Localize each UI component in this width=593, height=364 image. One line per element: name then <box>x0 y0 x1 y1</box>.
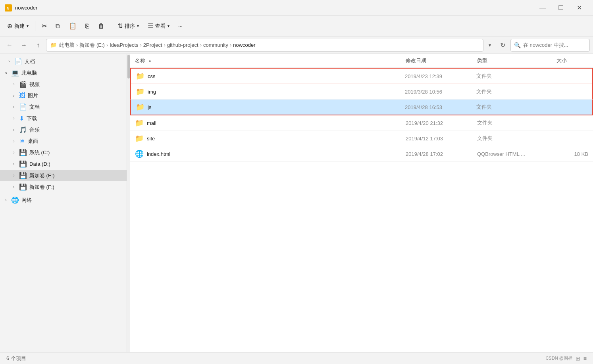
sidebar-item-music[interactable]: › 🎵 音乐 <box>0 124 127 136</box>
paste-button[interactable]: 📋 <box>65 20 81 32</box>
minimize-button[interactable]: — <box>533 0 552 16</box>
breadcrumb-sep-3: › <box>140 42 142 48</box>
view-button[interactable]: ☰ 查看 ▾ <box>144 20 173 32</box>
downloads-icon: ⬇ <box>19 115 24 122</box>
paste-icon: 📋 <box>69 22 77 30</box>
sidebar-label: 视频 <box>29 81 40 88</box>
back-button[interactable]: ← <box>3 39 16 52</box>
refresh-button[interactable]: ↻ <box>496 39 509 52</box>
search-input[interactable] <box>523 42 590 48</box>
search-box[interactable]: 🔍 <box>510 39 590 52</box>
view-label: 查看 <box>155 23 166 30</box>
sort-label: 排序 <box>125 23 135 30</box>
more-label: ··· <box>178 23 183 29</box>
expand-icon: › <box>11 185 17 189</box>
video-icon: 🎬 <box>19 80 27 88</box>
file-row-index[interactable]: 🌐 index.html 2019/4/28 17:02 QQBrowser H… <box>130 146 593 162</box>
sidebar-scrollbar[interactable] <box>127 54 130 352</box>
sidebar-item-d[interactable]: › 💾 Data (D:) <box>0 158 127 170</box>
copy-button[interactable]: ⧉ <box>52 20 64 32</box>
delete-button[interactable]: 🗑 <box>94 20 108 32</box>
close-button[interactable]: ✕ <box>570 0 588 16</box>
file-date: 2019/4/20 21:32 <box>402 117 474 129</box>
forward-button[interactable]: → <box>17 39 30 52</box>
breadcrumb-sep-1: › <box>76 42 78 48</box>
col-header-name[interactable]: 名称 ∧ <box>130 56 402 66</box>
sidebar-label: 桌面 <box>28 138 38 145</box>
sidebar-item-pc[interactable]: ∨ 💻 此电脑 <box>0 67 127 79</box>
sidebar-item-network[interactable]: › 🌐 网络 <box>0 194 127 206</box>
breadcrumb-bar[interactable]: 📁 此电脑 › 新加卷 (E:) › IdeaProjects › 2Proje… <box>46 39 483 52</box>
documents-icon: 📄 <box>19 103 27 111</box>
new-icon: ⊕ <box>7 22 12 30</box>
col-header-size[interactable]: 大小 <box>553 56 593 66</box>
breadcrumb-sep-2: › <box>106 42 108 48</box>
file-type: 文件夹 <box>473 100 553 114</box>
sort-arrow-icon: ∧ <box>148 59 151 63</box>
drive-e-icon: 💾 <box>19 172 27 179</box>
sidebar-item-desktop[interactable]: › 🖥 桌面 <box>0 136 127 147</box>
window-controls: — ☐ ✕ <box>533 0 588 16</box>
move-button[interactable]: ⎘ <box>81 20 93 32</box>
search-icon: 🔍 <box>514 42 521 48</box>
file-row-site[interactable]: 📁 site 2019/4/12 17:03 文件夹 <box>130 131 593 146</box>
sidebar-item-c[interactable]: › 💾 系统 (C:) <box>0 147 127 158</box>
sidebar-item-e[interactable]: › 💾 新加卷 (E:) <box>0 170 127 181</box>
file-row-img[interactable]: 📁 img 2019/3/28 10:56 文件夹 <box>130 84 593 100</box>
sidebar-item-pictures[interactable]: › 🖼 图片 <box>0 90 127 101</box>
view-dropdown-icon: ▾ <box>168 24 169 28</box>
breadcrumb-nowcoder: nowcoder <box>233 42 255 48</box>
expand-icon: ∨ <box>3 71 9 75</box>
file-date: 2019/3/28 10:56 <box>402 86 473 98</box>
sidebar-item-f[interactable]: › 💾 新加卷 (F:) <box>0 181 127 193</box>
separator-1 <box>35 21 35 31</box>
new-button[interactable]: ⊕ 新建 ▾ <box>3 20 33 32</box>
sidebar-item-video[interactable]: › 🎬 视频 <box>0 79 127 90</box>
sort-icon: ⇅ <box>117 22 123 30</box>
more-button[interactable]: ··· <box>174 21 187 31</box>
sidebar-item-downloads[interactable]: › ⬇ 下载 <box>0 113 127 124</box>
expand-icon: › <box>11 82 17 86</box>
app-icon: N <box>5 4 12 11</box>
view-icon: ☰ <box>148 22 153 30</box>
file-row-js[interactable]: 📁 js 2019/4/28 16:53 文件夹 <box>130 100 593 115</box>
sidebar-label: 文档 <box>25 58 35 65</box>
file-size <box>553 135 593 142</box>
file-size <box>553 73 592 79</box>
file-list: 📁 css 2019/4/23 12:39 文件夹 📁 img 2019/3/2… <box>130 68 593 352</box>
sidebar-label: Data (D:) <box>29 161 50 167</box>
window-title: nowcoder <box>15 5 533 11</box>
desktop-icon: 🖥 <box>19 138 25 145</box>
file-row-css[interactable]: 📁 css 2019/4/23 12:39 文件夹 <box>130 68 593 84</box>
sidebar-scrollbar-thumb[interactable] <box>127 55 130 79</box>
breadcrumb-idea[interactable]: IdeaProjects <box>110 42 138 48</box>
svg-text:N: N <box>7 6 10 10</box>
file-name: index.html <box>147 151 170 157</box>
sidebar-label: 新加卷 (F:) <box>29 184 54 191</box>
up-button[interactable]: ↑ <box>32 39 44 52</box>
sidebar-item-documents[interactable]: › 📄 文档 <box>0 101 127 113</box>
cut-button[interactable]: ✂ <box>38 20 51 32</box>
drive-d-icon: 💾 <box>19 160 27 168</box>
breadcrumb-2project[interactable]: 2Project <box>143 42 162 48</box>
breadcrumb-community[interactable]: community <box>203 42 228 48</box>
view-toggle-icon[interactable]: ⊞ <box>576 355 580 362</box>
breadcrumb-computer[interactable]: 此电脑 <box>59 42 75 49</box>
file-row-mail[interactable]: 📁 mail 2019/4/20 21:32 文件夹 <box>130 115 593 131</box>
file-name-cell: 📁 mail <box>130 115 402 130</box>
address-bar: ← → ↑ 📁 此电脑 › 新加卷 (E:) › IdeaProjects › … <box>0 36 593 54</box>
col-header-type[interactable]: 类型 <box>474 56 553 66</box>
breadcrumb-dropdown-button[interactable]: ▾ <box>485 39 495 52</box>
col-header-date[interactable]: 修改日期 <box>402 56 474 66</box>
file-name-cell: 🌐 index.html <box>130 146 402 161</box>
sidebar-item-docs-top[interactable]: › 📄 文档 <box>0 56 127 67</box>
breadcrumb-github[interactable]: github-project <box>167 42 198 48</box>
list-view-icon[interactable]: ≡ <box>583 355 587 362</box>
maximize-button[interactable]: ☐ <box>552 0 570 16</box>
expand-icon: › <box>11 116 17 121</box>
sidebar-label: 文档 <box>29 103 40 111</box>
sort-button[interactable]: ⇅ 排序 ▾ <box>114 20 143 32</box>
file-name-cell: 📁 css <box>131 69 402 84</box>
move-icon: ⎘ <box>85 23 89 30</box>
breadcrumb-drive[interactable]: 新加卷 (E:) <box>79 42 105 49</box>
